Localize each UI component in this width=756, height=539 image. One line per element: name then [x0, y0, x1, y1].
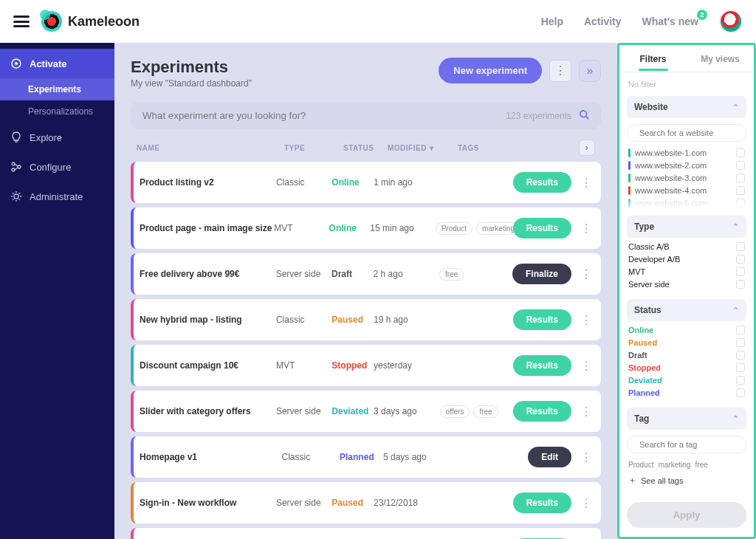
row-more-button[interactable]: ⋮ — [577, 405, 595, 419]
row-more-button[interactable]: ⋮ — [577, 176, 595, 190]
row-more-button[interactable]: ⋮ — [577, 313, 595, 327]
checkbox[interactable] — [736, 161, 745, 170]
type-option[interactable]: Developer A/B — [628, 255, 745, 264]
status-option[interactable]: Draft — [628, 351, 745, 360]
row-more-button[interactable]: ⋮ — [577, 222, 595, 236]
avatar[interactable] — [719, 10, 743, 33]
expand-panel-button[interactable]: » — [579, 60, 601, 82]
table-row[interactable]: Split test - new website Classic Paused … — [131, 528, 601, 539]
row-more-button[interactable]: ⋮ — [577, 496, 595, 510]
col-status[interactable]: STATUS — [343, 144, 388, 152]
tag: free — [473, 405, 498, 418]
checkbox[interactable] — [736, 338, 745, 347]
checkbox[interactable] — [736, 174, 745, 182]
table-row[interactable]: New hybrid map - listing Classic Paused … — [131, 299, 601, 340]
row-action-button[interactable]: Results — [513, 309, 571, 330]
sidebar-item-experiments[interactable]: Experiments — [0, 78, 114, 100]
tag-search[interactable] — [627, 436, 746, 453]
checkbox[interactable] — [736, 376, 745, 385]
search-input[interactable] — [142, 110, 506, 121]
website-option[interactable]: www.website-2.com — [627, 160, 746, 171]
logo[interactable]: Kameleoon — [41, 11, 140, 32]
row-action-button[interactable]: Edit — [528, 447, 571, 467]
tag-option[interactable]: Product — [628, 461, 653, 469]
row-more-button[interactable]: ⋮ — [577, 267, 595, 281]
website-option[interactable]: www.website-3.com — [627, 173, 746, 183]
sidebar-item-explore[interactable]: Explore — [0, 123, 114, 152]
status-option[interactable]: Online — [628, 326, 745, 334]
new-experiment-button[interactable]: New experiment — [439, 58, 542, 83]
tab-filters[interactable]: Filters — [619, 45, 687, 72]
row-action-button[interactable]: Results — [513, 172, 571, 193]
tag-option[interactable]: free — [695, 461, 707, 469]
row-action-button[interactable]: Finalize — [512, 264, 571, 284]
tag-option[interactable]: marketing — [658, 461, 690, 469]
filter-website-header[interactable]: Website⌃ — [627, 96, 746, 118]
filter-tag-header[interactable]: Tag⌃ — [627, 408, 746, 430]
col-type[interactable]: TYPE — [284, 144, 343, 152]
search-icon[interactable] — [579, 109, 589, 122]
col-modified[interactable]: MODIFIED▾ — [388, 144, 458, 152]
col-name[interactable]: NAME — [137, 144, 284, 152]
website-option[interactable]: www.website-4.com — [627, 185, 746, 196]
checkbox[interactable] — [736, 388, 745, 397]
checkbox[interactable] — [736, 242, 745, 251]
website-search-input[interactable] — [639, 128, 741, 137]
tab-my-views[interactable]: My views — [687, 45, 754, 72]
row-more-button[interactable]: ⋮ — [577, 450, 595, 464]
checkbox[interactable] — [736, 280, 745, 289]
activity-link[interactable]: Activity — [584, 16, 622, 27]
row-action-button[interactable]: Results — [513, 401, 571, 422]
sidebar-item-activate[interactable]: Activate — [0, 49, 114, 78]
checkbox[interactable] — [736, 351, 745, 360]
checkbox[interactable] — [736, 326, 745, 334]
sidebar-item-personalizations[interactable]: Personalizations — [0, 100, 114, 123]
status-option[interactable]: Planned — [628, 388, 745, 397]
row-modified: 15 min ago — [370, 223, 435, 233]
whatsnew-link[interactable]: What's new 2 — [642, 16, 698, 27]
search-bar[interactable]: 123 experiments — [131, 102, 601, 129]
see-all-tags[interactable]: ＋See all tags — [627, 473, 746, 493]
table-row[interactable]: Product listing v2 Classic Online 1 min … — [131, 162, 601, 203]
checkbox[interactable] — [736, 148, 745, 157]
status-option[interactable]: Stopped — [628, 363, 745, 372]
checkbox[interactable] — [736, 267, 745, 276]
table-row[interactable]: Free delivery above 99€ Server side Draf… — [131, 253, 601, 295]
type-option[interactable]: Server side — [628, 280, 745, 289]
checkbox[interactable] — [736, 199, 745, 207]
row-action-button[interactable]: Results — [513, 218, 571, 238]
website-option[interactable]: www.website-1.com — [627, 148, 746, 158]
help-link[interactable]: Help — [541, 16, 563, 27]
sidebar-item-administrate[interactable]: Administrate — [0, 182, 114, 211]
filters-panel: Filters My views No filter Website⌃ www.… — [617, 43, 756, 539]
columns-next-button[interactable]: › — [579, 140, 595, 156]
row-more-button[interactable]: ⋮ — [577, 359, 595, 373]
svg-point-4 — [18, 165, 21, 168]
table-row[interactable]: Homepage v1 Classic Planned 5 days ago E… — [131, 436, 601, 478]
table-row[interactable]: Sign-in - New workflow Server side Pause… — [131, 482, 601, 523]
filter-status-header[interactable]: Status⌃ — [627, 299, 746, 321]
filter-type-header[interactable]: Type⌃ — [627, 216, 746, 238]
row-action-button[interactable]: Results — [513, 355, 571, 376]
table-row[interactable]: Slider with category offers Server side … — [131, 391, 601, 432]
row-action-button[interactable]: Results — [513, 492, 571, 513]
tag-search-input[interactable] — [639, 440, 741, 449]
svg-line-8 — [586, 117, 589, 120]
no-filter-label: No filter — [627, 72, 746, 96]
website-option[interactable]: www.website-5.com — [627, 198, 746, 208]
checkbox[interactable] — [736, 255, 745, 264]
table-row[interactable]: Product page - main image size MVT Onlin… — [131, 207, 601, 249]
status-option[interactable]: Paused — [628, 338, 745, 347]
table-row[interactable]: Discount campaign 10€ MVT Stopped yester… — [131, 345, 601, 386]
checkbox[interactable] — [736, 186, 745, 195]
menu-toggle[interactable] — [13, 16, 30, 27]
more-button[interactable]: ⋮ — [549, 60, 571, 82]
type-option[interactable]: Classic A/B — [628, 242, 745, 251]
website-search[interactable] — [627, 124, 746, 142]
col-tags[interactable]: TAGS — [458, 144, 535, 152]
checkbox[interactable] — [736, 363, 745, 372]
apply-button[interactable]: Apply — [627, 502, 746, 528]
status-option[interactable]: Deviated — [628, 376, 745, 385]
type-option[interactable]: MVT — [628, 267, 745, 276]
sidebar-item-configure[interactable]: Configure — [0, 152, 114, 182]
